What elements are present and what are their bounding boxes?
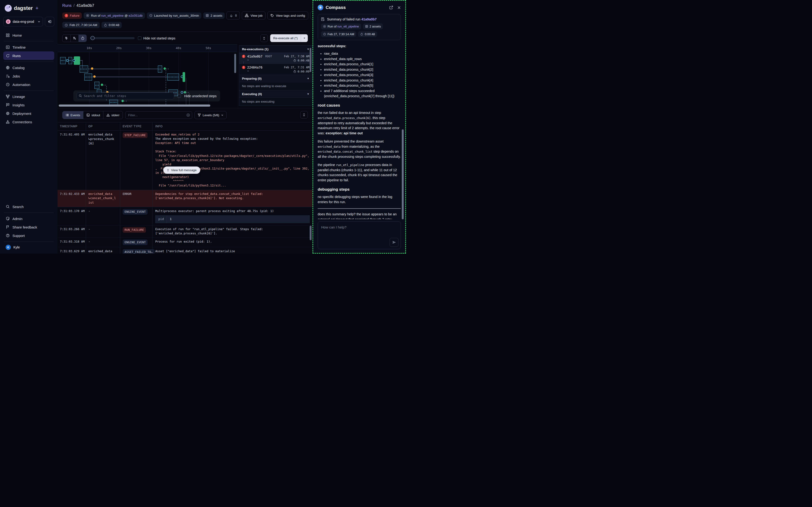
status-badge: ! Failure [62, 12, 82, 19]
sidebar-item-automation[interactable]: Automation [3, 80, 54, 89]
zoom-slider-thumb[interactable] [91, 36, 95, 40]
gantt-step-bar[interactable] [79, 65, 88, 72]
panel-scrollbar[interactable] [310, 48, 311, 72]
expand-log-button[interactable] [300, 111, 308, 119]
assets-count-chip[interactable]: 2 assets [203, 12, 225, 19]
user-menu[interactable]: K Kyle [3, 243, 54, 250]
gantt-step-bar[interactable] [167, 73, 179, 80]
reexecution-switcher-button[interactable] [260, 35, 268, 42]
preparing-section-header[interactable]: Preparing (0) ▼ [239, 75, 312, 82]
dagster-logo[interactable]: dagster + [3, 5, 54, 12]
event-row[interactable]: 7:31:03.170 AM - ENGINE_EVENT Multiproce… [58, 207, 313, 225]
sidebar-item-support[interactable]: Support [3, 231, 54, 240]
lineage-graph-icon [6, 95, 10, 99]
sidebar-item-catalog[interactable]: Catalog [3, 63, 54, 72]
gantt-time-axis: 10s 20s 30s 40s 50s [58, 44, 237, 52]
zoom-slider[interactable] [90, 37, 134, 39]
open-in-new-icon[interactable] [389, 6, 393, 9]
breadcrumb-runs-link[interactable]: Runs [62, 3, 72, 8]
sidebar-item-timeline[interactable]: Timeline [3, 43, 54, 51]
sidebar-item-admin[interactable]: Admin [3, 214, 54, 223]
gantt-retry-marker[interactable] [66, 59, 69, 62]
run-duration: 0:00:48 [297, 59, 310, 62]
gantt-chart[interactable]: 10s 20s 30s 40s 50s [58, 44, 237, 108]
gantt-step-bar[interactable] [84, 73, 92, 80]
gantt-step-bar[interactable] [95, 82, 99, 89]
sidebar-collapse-button[interactable] [45, 17, 54, 26]
view-mode-timed-button[interactable] [78, 35, 87, 42]
stopwatch-icon [293, 70, 296, 73]
reexecutions-panel: Re-executions (1) ▼ ! 41a9a0b7 ROOT Feb … [239, 45, 313, 106]
tab-stdout[interactable]: stdout [83, 111, 103, 119]
stopwatch-icon [360, 33, 363, 36]
compass-scrollbar[interactable] [402, 129, 403, 219]
gantt-success-bar[interactable] [182, 72, 185, 82]
sidebar-item-home[interactable]: Home [3, 31, 54, 40]
gantt-retry-dot[interactable] [91, 67, 93, 70]
tab-events[interactable]: Events [62, 111, 83, 119]
hide-not-started-checkbox[interactable] [138, 37, 142, 40]
sidebar-item-jobs[interactable]: Jobs [3, 72, 54, 80]
sidebar-item-runs[interactable]: Runs [3, 51, 54, 60]
tab-stderr[interactable]: stderr [103, 111, 123, 119]
breadcrumb-run-id: 41a9a0b7 [76, 3, 94, 8]
workspace-selector[interactable]: D data-eng-prod [3, 17, 43, 26]
reexecute-all-button[interactable]: Re-execute all (*) [270, 34, 301, 42]
reexecution-row-retry[interactable]: ! 22484a76 Feb 27, 7:31 AM * 0:00:09 [239, 64, 312, 75]
sidebar-item-insights[interactable]: Insights [3, 101, 54, 109]
gantt-horizontal-scrollbar[interactable] [59, 105, 210, 107]
event-row[interactable]: 7:31:03.266 AM - RUN_FAILURE Execution o… [58, 225, 313, 238]
event-type: STEP_FAILURE [120, 130, 152, 190]
executing-section-header[interactable]: Executing (0) ▼ [239, 91, 312, 98]
view-tags-config-button[interactable]: View tags and config [267, 11, 308, 19]
step-item: and 7 additional steps succeeded (enrich… [324, 89, 401, 99]
reexecutions-header[interactable]: Re-executions (1) ▼ [239, 46, 312, 53]
view-full-message-button[interactable]: View full message [163, 167, 200, 174]
reexecution-row-root[interactable]: ! 41a9a0b7 ROOT Feb 27, 7:30 AM * 0:00:4… [239, 53, 312, 64]
step-search-input[interactable] [76, 93, 174, 99]
gantt-step-bar[interactable] [158, 65, 162, 72]
gantt-step-bar[interactable] [68, 57, 72, 64]
run-summary-card[interactable]: Summary of failed run 41a9a0b7 Run of ru… [318, 14, 401, 40]
target-icon [86, 14, 89, 17]
run-of-chip[interactable]: Run of run_etl_pipeline @ e2c051db [84, 12, 145, 19]
event-row[interactable]: 7:31:03.318 AM - ENGINE_EVENT Process fo… [58, 238, 313, 247]
events-section: Events stdout stderr [58, 108, 313, 253]
flag-icon [6, 225, 10, 229]
event-row[interactable]: 7:31:03.629 AM enriched_data↳concat_chun… [58, 247, 313, 253]
gantt-success-dot[interactable] [164, 67, 166, 70]
run-id[interactable]: 22484a76 [247, 65, 262, 69]
sidebar-item-label: Admin [12, 217, 22, 221]
event-row-error[interactable]: 7:31:02.433 AM enriched_data↳concat_chun… [58, 190, 313, 207]
gantt-vertical-scrollbar[interactable] [234, 54, 236, 73]
sidebar-item-share-feedback[interactable]: Share feedback [3, 223, 54, 231]
view-job-button[interactable]: View job [242, 11, 266, 19]
gantt-step-bar[interactable] [60, 57, 66, 64]
view-mode-flat-button[interactable] [62, 35, 70, 42]
run-id[interactable]: 41a9a0b7 [247, 54, 262, 58]
view-mode-waterfall-button[interactable] [70, 35, 78, 42]
reexecute-options-button[interactable] [301, 34, 308, 42]
hide-unselected-checkbox[interactable] [177, 94, 181, 98]
log-filter-input[interactable] [125, 111, 192, 119]
sidebar-item-deployment[interactable]: Deployment [3, 109, 54, 118]
sidebar-item-lineage[interactable]: Lineage [3, 92, 54, 101]
alerts-button[interactable]: 0 [226, 11, 240, 19]
compass-chat-input[interactable] [318, 222, 400, 249]
summary-run-chip: Run of run_etl_pipeline [321, 23, 361, 30]
event-type: ERROR [120, 190, 152, 207]
gantt-success-dot[interactable] [101, 83, 103, 86]
reexecute-all-split-button: Re-execute all (*) [270, 34, 308, 42]
compass-title: Compass [326, 5, 346, 10]
close-icon[interactable] [397, 6, 401, 9]
gantt-retry-marker[interactable] [72, 59, 75, 62]
sidebar-item-connections[interactable]: Connections [3, 118, 54, 126]
launched-by-chip[interactable]: Launched by run_assets_30min [147, 12, 201, 19]
event-row[interactable]: 7:31:02.405 AM enriched_data↳process_chu… [58, 130, 313, 190]
levels-filter-button[interactable]: Levels (5/6) [195, 111, 227, 119]
events-scrollbar[interactable] [310, 226, 312, 240]
send-message-button[interactable] [389, 238, 398, 247]
clear-filter-icon[interactable] [186, 113, 190, 117]
gantt-retry-dot[interactable] [93, 75, 96, 78]
sidebar-item-search[interactable]: Search [3, 203, 54, 211]
